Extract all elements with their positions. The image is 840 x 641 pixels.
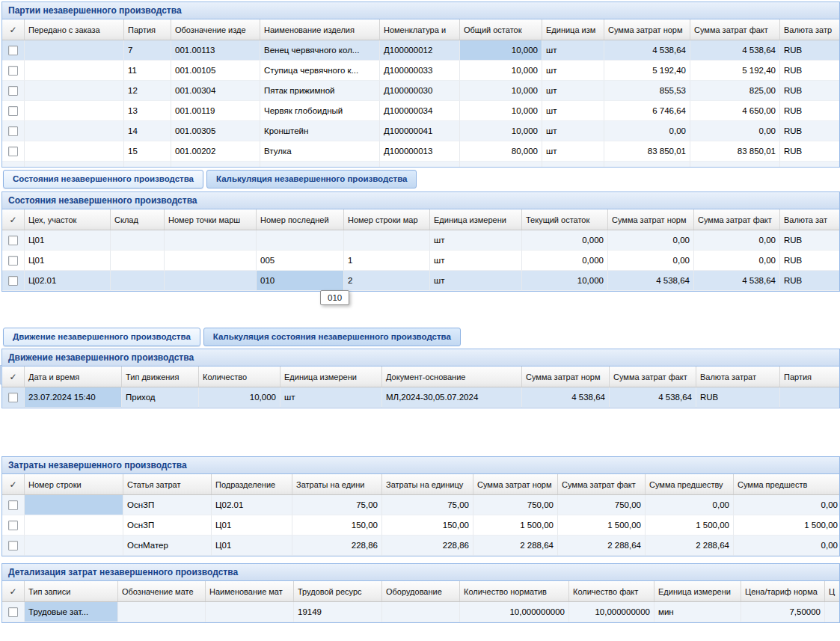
tab-wip-states[interactable]: Состояния незавершенного производства <box>3 170 203 188</box>
select-all-header[interactable]: ✓ <box>2 474 25 494</box>
select-all-header[interactable]: ✓ <box>2 581 25 601</box>
select-all-header[interactable]: ✓ <box>2 209 25 230</box>
cell[interactable]: Д100000013 <box>380 141 460 162</box>
cell[interactable]: 750,00 <box>473 495 558 515</box>
row-checkbox[interactable] <box>8 276 18 286</box>
column-header[interactable]: Оборудование <box>382 581 460 601</box>
table-row[interactable]: ОснЗПЦ02.0175,0075,00750,00750,000,000,0… <box>2 495 839 515</box>
cell[interactable]: 1 500,00 <box>646 515 734 536</box>
column-header[interactable]: Номер точки марш <box>165 209 257 230</box>
column-header[interactable]: Цех, участок <box>25 209 111 230</box>
cell[interactable]: Д100000012 <box>380 40 460 61</box>
column-header[interactable]: Цена/тариф норма <box>741 581 825 601</box>
cell[interactable]: RUB <box>780 141 840 162</box>
cell[interactable] <box>111 230 165 251</box>
cell[interactable]: 001.00113 <box>171 40 260 61</box>
column-header[interactable]: Затраты на едини <box>292 474 382 494</box>
cell[interactable]: Приход <box>122 387 199 408</box>
column-header[interactable]: Статья затрат <box>123 474 212 494</box>
cell[interactable]: 4 538,64 <box>522 387 610 408</box>
column-header[interactable]: Сумма затрат факт <box>690 19 780 40</box>
column-header[interactable]: Тип движения <box>122 366 199 387</box>
cell[interactable]: 10,000000000 <box>569 602 654 622</box>
table-row[interactable]: 11001.00105Ступица червячного к...Д10000… <box>2 61 839 81</box>
cell[interactable]: Ступица червячного к... <box>260 61 380 81</box>
cell[interactable]: Ц01 <box>25 251 111 271</box>
column-header[interactable]: Номер строки <box>25 474 123 494</box>
cell[interactable]: МЛ,2024-30,05.07.2024 <box>382 387 522 408</box>
cell[interactable]: 0,000 <box>522 230 608 251</box>
column-header[interactable]: Единица измерени <box>654 581 741 601</box>
cell[interactable]: 0,00 <box>690 121 780 141</box>
cell[interactable]: 10,000 <box>460 101 542 121</box>
cell[interactable] <box>118 602 206 622</box>
tab-wip-state-calculation[interactable]: Калькуляция состояния незавершенного про… <box>203 328 461 346</box>
cell[interactable]: Трудовые зат... <box>25 602 118 622</box>
table-row[interactable]: 13001.00119Червяк глобоидныйД10000003410… <box>2 101 839 121</box>
cell[interactable]: 0,00 <box>734 495 840 515</box>
cell[interactable]: 2 <box>344 271 430 291</box>
column-header[interactable]: Единица измерени <box>280 366 382 387</box>
cell[interactable]: Д100000018 <box>380 162 460 168</box>
column-header[interactable]: Затраты на единицу <box>382 474 473 494</box>
cell[interactable]: 13 <box>124 101 171 121</box>
cell[interactable]: 001.00119 <box>171 101 260 121</box>
cell[interactable] <box>25 121 124 141</box>
column-header[interactable]: Сумма затрат норм <box>473 474 558 494</box>
row-checkbox[interactable] <box>8 236 18 245</box>
row-checkbox[interactable] <box>8 66 18 76</box>
cell[interactable] <box>257 230 344 251</box>
table-row[interactable]: ОснЗПЦ01150,00150,001 500,001 500,001 50… <box>2 515 839 536</box>
column-header[interactable]: Ц <box>825 581 840 601</box>
cell[interactable]: RUB <box>696 387 780 408</box>
cell[interactable]: 001.00304 <box>171 81 260 101</box>
row-checkbox[interactable] <box>8 393 18 402</box>
cell[interactable]: Пятак прижимной <box>260 81 380 101</box>
column-header[interactable]: Валюта затр <box>780 19 840 40</box>
column-header[interactable]: Номенклатура и <box>380 19 460 40</box>
cell[interactable]: 14 <box>124 121 171 141</box>
cell[interactable]: 75,00 <box>382 495 473 515</box>
cell[interactable]: 83 850,01 <box>690 141 780 162</box>
column-header[interactable]: Сумма затрат факт <box>694 209 780 230</box>
cell[interactable] <box>165 230 257 251</box>
cell[interactable]: 10,000 <box>460 61 542 81</box>
row-checkbox[interactable] <box>8 46 18 55</box>
cell[interactable]: Ц01 <box>25 230 111 251</box>
cell[interactable]: 1 <box>344 251 430 271</box>
cell[interactable] <box>780 387 840 408</box>
cell[interactable]: Кронштейн <box>260 121 380 141</box>
cell[interactable]: 7,50000 <box>741 602 825 622</box>
cell[interactable]: 75,00 <box>292 495 382 515</box>
cell[interactable]: 10,000 <box>199 387 280 408</box>
cell[interactable]: 7 <box>124 40 171 61</box>
cell[interactable] <box>25 162 124 168</box>
cell[interactable] <box>25 536 123 556</box>
cell[interactable]: шт <box>542 81 604 101</box>
cell[interactable]: 0,00 <box>608 251 694 271</box>
cell[interactable]: Д100000034 <box>380 101 460 121</box>
cell[interactable]: Ц01 <box>212 536 292 556</box>
row-checkbox[interactable] <box>8 500 18 510</box>
table-row[interactable]: 15001.00202ВтулкаД10000001380,000шт83 85… <box>2 141 839 162</box>
column-header[interactable]: Документ-основание <box>382 366 522 387</box>
cell[interactable]: шт <box>542 121 604 141</box>
column-header[interactable]: Общий остаток <box>460 19 542 40</box>
cell[interactable]: шт <box>542 101 604 121</box>
column-header[interactable]: Партия <box>780 366 840 387</box>
cell[interactable] <box>344 230 430 251</box>
column-header[interactable]: Сумма затрат норм <box>604 19 690 40</box>
cell[interactable] <box>25 515 123 536</box>
cell[interactable]: 228,86 <box>292 536 382 556</box>
cell[interactable]: Д100000030 <box>380 81 460 101</box>
column-header[interactable]: Сумма предшеств <box>734 474 840 494</box>
row-checkbox[interactable] <box>8 147 18 156</box>
cell[interactable]: 11 <box>124 61 171 81</box>
cell[interactable]: RUB <box>780 61 840 81</box>
cell[interactable]: RUB <box>780 230 840 251</box>
cell[interactable]: 005 <box>257 251 344 271</box>
column-header[interactable]: Подразделение <box>212 474 292 494</box>
table-row[interactable]: ОснМатерЦ01228,86228,862 288,642 288,642… <box>2 536 839 556</box>
cell[interactable]: 1 500,00 <box>734 515 840 536</box>
cell[interactable]: 83 850,01 <box>604 141 690 162</box>
